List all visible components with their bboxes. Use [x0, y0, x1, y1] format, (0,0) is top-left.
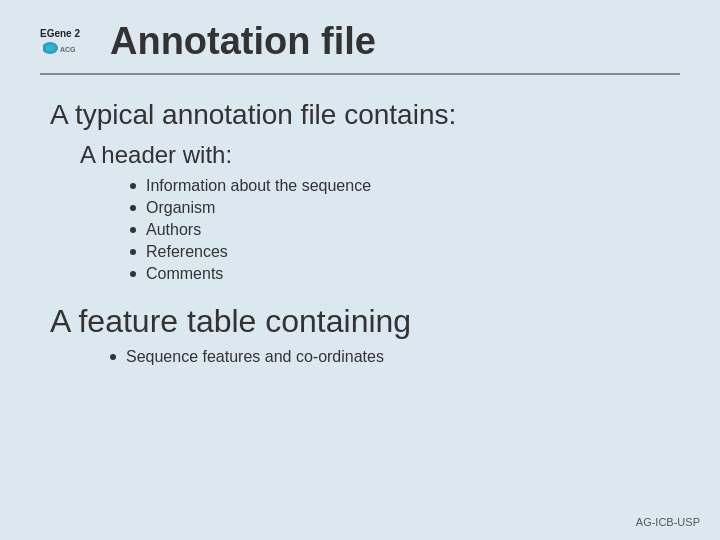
slide: EGene 2 ACG Annotation file A typical an…	[0, 0, 720, 540]
svg-point-2	[45, 45, 55, 52]
header-bullet-list: Information about the sequence Organism …	[130, 177, 680, 283]
list-item: Organism	[130, 199, 680, 217]
header-bar: EGene 2 ACG Annotation file	[40, 20, 680, 75]
list-item: Information about the sequence	[130, 177, 680, 195]
main-content: A typical annotation file contains: A he…	[40, 99, 680, 366]
list-item: Sequence features and co-ordinates	[110, 348, 680, 366]
bullet-dot	[130, 249, 136, 255]
bullet-text: Organism	[146, 199, 215, 217]
logo-text: EGene 2 ACG	[40, 24, 100, 58]
bullet-text: Authors	[146, 221, 201, 239]
page-title: Annotation file	[110, 20, 680, 63]
bullet-text: Information about the sequence	[146, 177, 371, 195]
svg-marker-4	[40, 45, 43, 51]
svg-text:ACG: ACG	[60, 46, 76, 53]
section1-heading: A typical annotation file contains:	[50, 99, 680, 131]
list-item: Authors	[130, 221, 680, 239]
feature-bullet-list: Sequence features and co-ordinates	[110, 348, 680, 366]
bullet-dot	[130, 227, 136, 233]
bullet-dot	[130, 271, 136, 277]
svg-text:EGene 2: EGene 2	[40, 28, 80, 39]
footer-text: AG-ICB-USP	[636, 516, 700, 528]
logo-icon: EGene 2 ACG	[40, 24, 100, 56]
bullet-text: References	[146, 243, 228, 261]
list-item: Comments	[130, 265, 680, 283]
bullet-dot	[110, 354, 116, 360]
section1-subheading: A header with:	[80, 141, 680, 169]
bullet-text: Comments	[146, 265, 223, 283]
section2-heading: A feature table containing	[50, 303, 680, 340]
bullet-dot	[130, 183, 136, 189]
bullet-text: Sequence features and co-ordinates	[126, 348, 384, 366]
bullet-dot	[130, 205, 136, 211]
list-item: References	[130, 243, 680, 261]
logo-area: EGene 2 ACG	[40, 24, 100, 58]
